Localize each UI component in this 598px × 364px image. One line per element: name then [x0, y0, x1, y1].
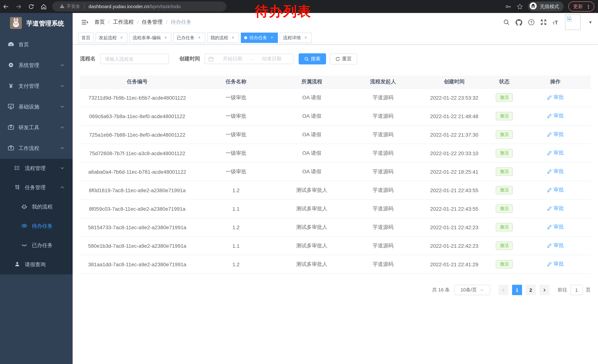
tab-form-edit[interactable]: 流程表单-编辑×	[129, 32, 172, 43]
tab-process-detail[interactable]: 流程详情×	[280, 32, 312, 43]
font-size-icon[interactable]: TT	[553, 19, 558, 25]
update-label[interactable]: 更新	[573, 3, 583, 10]
col-task-id: 任务编号	[80, 75, 194, 88]
approve-link[interactable]: 审批	[547, 131, 564, 138]
browser-forward-icon[interactable]	[15, 3, 22, 10]
sidebar-item-devtools[interactable]: 研发工具	[0, 117, 73, 138]
table-row: 069c6a63-7b8a-11ec-8ef0-acde48001122 一级审…	[80, 107, 590, 125]
reset-button[interactable]: 重置	[330, 53, 357, 65]
active-dot	[244, 36, 247, 39]
close-icon[interactable]: ×	[163, 35, 168, 40]
tab-my-process[interactable]: 我的流程×	[207, 32, 239, 43]
start-date-placeholder[interactable]: 开始日期	[215, 56, 251, 62]
chevron-down-icon	[60, 63, 65, 68]
robot-icon	[21, 203, 27, 211]
browser-reload-icon[interactable]	[28, 3, 34, 10]
sidebar-item-done-task[interactable]: 已办任务	[0, 236, 73, 255]
status-badge: 激活	[496, 112, 513, 120]
avatar-caret-icon[interactable]: ▼	[588, 20, 592, 24]
sidebar-collapse-icon[interactable]	[78, 18, 91, 26]
browser-menu-icon[interactable]: ⋮	[586, 4, 591, 9]
pencil-icon	[547, 169, 552, 174]
sidebar-item-workflow[interactable]: 工作流程	[0, 138, 73, 159]
password-key-icon[interactable]	[505, 3, 512, 10]
tab-todo-task[interactable]: 待办任务×	[241, 32, 278, 43]
page-size-select[interactable]: 10条/页	[454, 285, 490, 295]
cell-created: 2022-01-22 20:33:10	[420, 144, 488, 162]
cell-action: 审批	[520, 181, 590, 199]
user-icon	[14, 261, 20, 268]
date-range-picker[interactable]: 开始日期 - 结束日期	[205, 54, 293, 64]
approve-link[interactable]: 审批	[547, 168, 564, 175]
approve-link[interactable]: 审批	[547, 113, 564, 119]
cell-task-id: 725a1eb6-7b88-11ec-8ef0-acde48001122	[80, 125, 194, 144]
close-icon[interactable]: ×	[303, 35, 308, 40]
approve-link[interactable]: 审批	[547, 94, 564, 101]
breadcrumb-task-mgmt[interactable]: 任务管理	[142, 19, 163, 25]
sidebar-item-infra[interactable]: 基础设施	[0, 97, 73, 117]
browser-home-icon[interactable]	[40, 3, 47, 10]
github-icon[interactable]	[515, 19, 523, 26]
approve-link[interactable]: 审批	[547, 187, 564, 193]
tab-done-task[interactable]: 已办任务×	[173, 32, 205, 43]
sidebar-item-task-mgmt[interactable]: 任务管理	[0, 178, 73, 197]
process-name-input[interactable]	[100, 54, 169, 64]
bookmark-star-icon[interactable]	[516, 3, 523, 10]
avatar[interactable]	[565, 15, 581, 30]
search-icon[interactable]	[503, 19, 510, 25]
url-host[interactable]: dashboard.yudao.iocoder.cn	[89, 4, 149, 9]
cell-process: OA 请假	[278, 162, 346, 181]
security-label[interactable]: 不安全	[67, 3, 80, 10]
approve-link[interactable]: 审批	[547, 261, 564, 267]
cell-task-id: 580e1b3d-7ac8-11ec-a9e2-a2380e71991a	[80, 236, 194, 255]
goto-page-input[interactable]	[570, 285, 583, 295]
fullscreen-icon[interactable]	[540, 19, 547, 25]
url-path[interactable]: /bpm/task/todo	[149, 4, 181, 9]
cell-starter: 芋道源码	[346, 181, 420, 199]
cell-created: 2022-01-22 23:53:32	[420, 88, 488, 107]
prev-page-button[interactable]	[498, 285, 508, 295]
logo[interactable]: 芋道管理系统	[0, 13, 73, 34]
address-bar[interactable]: 不安全 dashboard.yudao.iocoder.cn/bpm/task/…	[52, 1, 226, 11]
table-row: 58154733-7ac8-11ec-a9e2-a2380e71991a 1.2…	[80, 218, 590, 236]
sidebar-item-system[interactable]: 系统管理	[0, 55, 73, 76]
approve-link[interactable]: 审批	[547, 150, 564, 156]
cell-process: 测试多审批人	[278, 255, 346, 274]
browser-update-button[interactable]: 更新 ⋮	[568, 1, 594, 11]
sidebar: 芋道管理系统 首页 系统管理 ¥ 支付管理	[0, 13, 73, 364]
page-button-1[interactable]: 1	[512, 285, 522, 295]
breadcrumb-workflow[interactable]: 工作流程	[113, 19, 134, 25]
end-date-placeholder[interactable]: 结束日期	[254, 56, 290, 62]
sidebar-item-leave-query[interactable]: 请假查询	[0, 255, 73, 274]
incognito-badge: 无痕模式	[528, 1, 564, 11]
approve-link[interactable]: 审批	[547, 242, 564, 249]
sidebar-item-home[interactable]: 首页	[0, 34, 73, 55]
sidebar-item-process-mgmt[interactable]: 流程管理	[0, 159, 73, 178]
browser-back-icon[interactable]	[3, 3, 9, 10]
page-button-2[interactable]: 2	[526, 285, 536, 295]
pagination: 共 16 条 10条/页 1 2 前往 页	[80, 285, 590, 295]
approve-link[interactable]: 审批	[547, 205, 564, 212]
red-annotation-text: 待办列表	[255, 2, 311, 21]
help-icon[interactable]: ?	[528, 19, 535, 25]
close-icon[interactable]: ×	[119, 35, 124, 40]
sidebar-item-my-process[interactable]: 我的流程	[0, 197, 73, 217]
screen: 不安全 dashboard.yudao.iocoder.cn/bpm/task/…	[0, 0, 598, 364]
next-page-button[interactable]	[540, 285, 549, 295]
table-row: 75d72608-7b7f-11ec-a3c8-acde48001122 一级审…	[80, 144, 590, 162]
security-warning-icon[interactable]	[60, 3, 65, 10]
cell-task-name: 一级审批	[194, 125, 277, 144]
tab-start-process[interactable]: 发起流程×	[96, 32, 127, 43]
approve-link[interactable]: 审批	[547, 224, 564, 230]
sidebar-item-payment[interactable]: ¥ 支付管理	[0, 76, 73, 97]
sidebar-item-todo-task[interactable]: 待办任务	[0, 217, 73, 236]
close-icon[interactable]: ×	[269, 35, 274, 40]
close-icon[interactable]: ×	[231, 35, 236, 40]
col-created: 创建时间	[420, 75, 488, 88]
breadcrumb-home[interactable]: 首页	[94, 19, 105, 25]
close-icon[interactable]: ×	[197, 35, 202, 40]
calendar-icon	[208, 56, 214, 62]
cell-action: 审批	[520, 107, 590, 125]
search-button[interactable]: 搜索	[299, 53, 326, 65]
tab-home[interactable]: 首页	[78, 32, 94, 43]
